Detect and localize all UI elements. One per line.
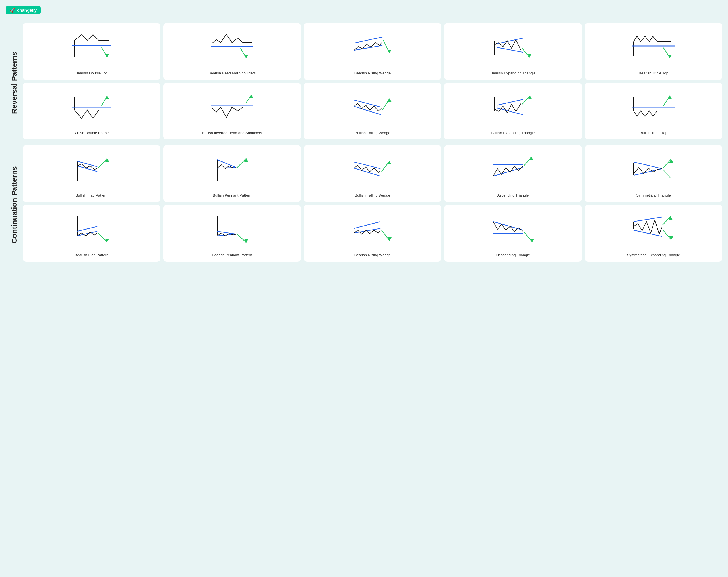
svg-line-20 xyxy=(664,48,670,58)
card-bullish-flag: Bullish Flag Pattern xyxy=(23,145,160,202)
card-symmetrical-expanding-triangle: Symmetrical Expanding Triangle xyxy=(585,205,722,262)
svg-line-9 xyxy=(354,37,383,43)
svg-line-10 xyxy=(354,46,383,50)
svg-line-57 xyxy=(382,161,390,172)
continuation-label: Continuation Patterns xyxy=(6,145,23,265)
bearish-row: Bearish Double Top Bearish Head and Shou xyxy=(23,23,722,80)
label-bullish-falling-wedge-rev: Bullish Falling Wedge xyxy=(355,131,390,136)
svg-line-78 xyxy=(237,234,246,243)
card-bearish-triple-top: Bearish Triple Top xyxy=(585,23,722,80)
label-bullish-double-bottom: Bullish Double Bottom xyxy=(73,131,110,136)
card-bullish-pennant: Bullish Pennant Pattern xyxy=(163,145,301,202)
card-bearish-rising-wedge: Bearish Rising Wedge xyxy=(304,23,441,80)
svg-line-33 xyxy=(383,99,390,110)
card-bullish-inv-head-shoulders: Bullish Inverted Head and Shoulders xyxy=(163,83,301,139)
label-bearish-triple-top: Bearish Triple Top xyxy=(639,71,668,76)
card-symmetrical-triangle: Symmetrical Triangle xyxy=(585,145,722,202)
label-bullish-pennant: Bullish Pennant Pattern xyxy=(213,193,251,198)
svg-line-36 xyxy=(497,100,523,105)
svg-line-81 xyxy=(354,222,381,228)
bullish-continuation-row: Bullish Flag Pattern xyxy=(23,145,722,202)
logo: 🚀 changelly xyxy=(6,6,41,15)
logo-text: changelly xyxy=(17,8,37,12)
svg-line-95 xyxy=(662,229,671,240)
bullish-reversal-row: Bullish Double Bottom Bullish Inverted H xyxy=(23,83,722,139)
main-content: Reversal Patterns xyxy=(6,23,722,267)
label-symmetrical-triangle: Symmetrical Triangle xyxy=(636,193,671,198)
label-bearish-expanding-triangle: Bearish Expanding Triangle xyxy=(491,71,536,76)
label-descending-triangle: Descending Triangle xyxy=(496,253,530,258)
continuation-patterns-area: Bullish Flag Pattern xyxy=(23,145,722,265)
svg-line-67 xyxy=(663,159,671,168)
label-bullish-inv-head-shoulders: Bullish Inverted Head and Shoulders xyxy=(202,131,262,136)
card-descending-triangle: Descending Triangle xyxy=(444,205,582,262)
reversal-section: Reversal Patterns xyxy=(6,23,722,142)
label-bearish-head-shoulders: Bearish Head and Shoulders xyxy=(208,71,256,76)
label-bullish-falling-wedge-cont: Bullish Falling Wedge xyxy=(355,193,390,198)
svg-line-69 xyxy=(663,169,671,178)
card-bearish-flag: Bearish Flag Pattern xyxy=(23,205,160,262)
svg-marker-3 xyxy=(105,54,109,57)
svg-line-52 xyxy=(237,158,246,168)
reversal-patterns-area: Bearish Double Top Bearish Head and Shou xyxy=(23,23,722,142)
svg-line-28 xyxy=(246,95,251,103)
svg-line-92 xyxy=(633,230,662,237)
svg-line-13 xyxy=(497,38,523,44)
svg-line-56 xyxy=(354,168,381,176)
svg-line-91 xyxy=(633,217,662,222)
svg-line-71 xyxy=(77,226,97,231)
card-bearish-rising-wedge-cont: Bearish Rising Wedge xyxy=(304,205,441,262)
svg-line-93 xyxy=(662,217,671,225)
svg-line-14 xyxy=(497,48,523,52)
label-bullish-flag: Bullish Flag Pattern xyxy=(76,193,108,198)
label-ascending-triangle: Ascending Triangle xyxy=(497,193,529,198)
card-bullish-falling-wedge-rev: Bullish Falling Wedge xyxy=(304,83,441,139)
label-bearish-pennant: Bearish Pennant Pattern xyxy=(212,253,252,258)
card-bullish-double-bottom: Bullish Double Bottom xyxy=(23,83,160,139)
label-bearish-double-top: Bearish Double Top xyxy=(75,71,107,76)
card-bearish-double-top: Bearish Double Top xyxy=(23,23,160,80)
card-bearish-expanding-triangle: Bearish Expanding Triangle xyxy=(444,23,582,80)
logo-icon: 🚀 xyxy=(10,7,15,13)
card-bullish-triple-top: Bullish Triple Top xyxy=(585,83,722,139)
svg-line-88 xyxy=(524,232,532,242)
svg-line-65 xyxy=(633,162,662,169)
svg-line-83 xyxy=(382,230,390,241)
svg-line-16 xyxy=(522,48,529,57)
label-bullish-expanding-triangle: Bullish Expanding Triangle xyxy=(491,131,535,136)
svg-marker-12 xyxy=(388,50,392,53)
svg-line-6 xyxy=(240,48,246,58)
svg-line-47 xyxy=(98,158,107,168)
card-bearish-head-shoulders: Bearish Head and Shoulders xyxy=(163,23,301,80)
label-bearish-rising-wedge-cont: Bearish Rising Wedge xyxy=(354,253,391,258)
svg-line-37 xyxy=(497,108,523,115)
label-bearish-rising-wedge: Bearish Rising Wedge xyxy=(354,71,391,76)
label-symmetrical-expanding-triangle: Symmetrical Expanding Triangle xyxy=(627,253,680,258)
label-bullish-triple-top: Bullish Triple Top xyxy=(640,131,668,136)
svg-line-46 xyxy=(77,166,97,172)
card-bullish-expanding-triangle: Bullish Expanding Triangle xyxy=(444,83,582,139)
card-bearish-pennant: Bearish Pennant Pattern xyxy=(163,205,301,262)
card-bullish-falling-wedge-cont: Bullish Falling Wedge xyxy=(304,145,441,202)
label-bearish-flag: Bearish Flag Pattern xyxy=(75,253,109,258)
svg-line-50 xyxy=(217,160,236,168)
reversal-label: Reversal Patterns xyxy=(6,23,23,142)
bearish-continuation-row: Bearish Flag Pattern xyxy=(23,205,722,262)
svg-line-73 xyxy=(98,233,107,242)
svg-line-42 xyxy=(664,96,670,106)
svg-line-62 xyxy=(524,157,531,166)
svg-line-45 xyxy=(77,161,97,167)
svg-marker-25 xyxy=(105,96,109,99)
svg-line-66 xyxy=(633,169,662,175)
card-ascending-triangle: Ascending Triangle xyxy=(444,145,582,202)
svg-line-38 xyxy=(522,96,530,104)
continuation-section: Continuation Patterns xyxy=(6,145,722,265)
